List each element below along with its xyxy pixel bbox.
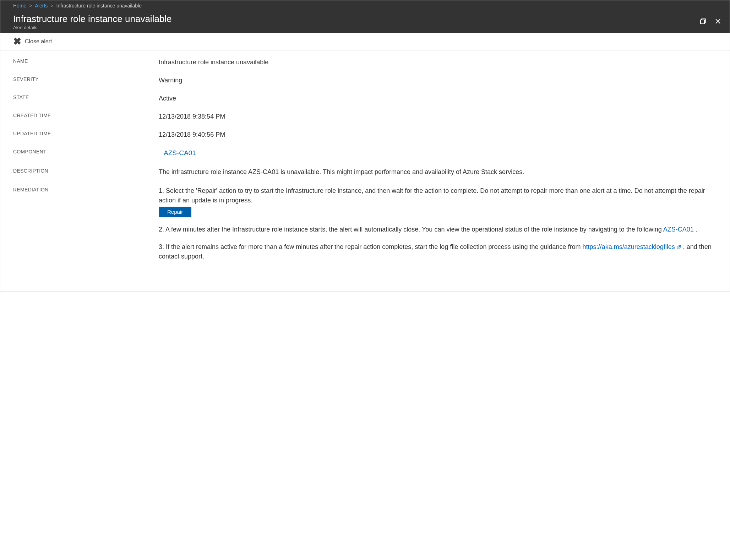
value-remediation: 1. Select the 'Repair' action to try to … <box>159 186 717 269</box>
value-state: Active <box>159 94 717 103</box>
row-severity: SEVERITY Warning <box>13 76 717 85</box>
external-link-icon <box>676 245 681 250</box>
component-link[interactable]: AZS-CA01 <box>164 149 196 157</box>
breadcrumb: Home > Alerts > Infrastructure role inst… <box>0 0 730 11</box>
title-actions <box>700 18 723 26</box>
breadcrumb-current: Infrastructure role instance unavailable <box>56 3 142 9</box>
repair-button[interactable]: Repair <box>159 207 191 217</box>
label-component: COMPONENT <box>13 148 159 154</box>
label-remediation: REMEDIATION <box>13 186 159 192</box>
value-severity: Warning <box>159 76 717 85</box>
breadcrumb-sep: > <box>50 3 53 9</box>
row-component: COMPONENT AZS-CA01 <box>13 148 717 158</box>
step2-text-a: 2. A few minutes after the Infrastructur… <box>159 226 663 233</box>
value-name: Infrastructure role instance unavailable <box>159 58 717 67</box>
blade-container: Home > Alerts > Infrastructure role inst… <box>0 0 730 292</box>
row-created: CREATED TIME 12/13/2018 9:38:54 PM <box>13 112 717 121</box>
step1-text: 1. Select the 'Repair' action to try to … <box>159 187 705 204</box>
breadcrumb-sep: > <box>29 3 32 9</box>
row-remediation: REMEDIATION 1. Select the 'Repair' actio… <box>13 186 717 269</box>
toolbar: ✖ Close alert <box>0 33 730 50</box>
close-alert-button[interactable]: ✖ Close alert <box>13 37 52 47</box>
close-alert-label: Close alert <box>25 38 52 45</box>
step2-text-b: . <box>694 226 697 233</box>
close-icon[interactable] <box>715 18 721 26</box>
page-title: Infrastructure role instance unavailable <box>13 14 172 24</box>
remediation-step-2: 2. A few minutes after the Infrastructur… <box>159 225 717 234</box>
row-description: DESCRIPTION The infrastructure role inst… <box>13 167 717 177</box>
remediation-step-1: 1. Select the 'Repair' action to try to … <box>159 186 717 217</box>
value-description: The infrastructure role instance AZS-CA0… <box>159 167 717 177</box>
label-description: DESCRIPTION <box>13 167 159 174</box>
title-bar: Infrastructure role instance unavailable… <box>0 11 730 33</box>
value-created: 12/13/2018 9:38:54 PM <box>159 112 717 121</box>
label-updated: UPDATED TIME <box>13 130 159 136</box>
row-state: STATE Active <box>13 94 717 103</box>
x-icon: ✖ <box>13 37 21 47</box>
details-panel: NAME Infrastructure role instance unavai… <box>0 50 730 292</box>
svg-rect-1 <box>701 20 704 24</box>
logfiles-link[interactable]: https://aka.ms/azurestacklogfiles <box>583 243 681 250</box>
breadcrumb-home[interactable]: Home <box>13 3 26 9</box>
role-instance-link[interactable]: AZS-CA01 <box>663 226 694 233</box>
remediation-step-3: 3. If the alert remains active for more … <box>159 242 717 261</box>
row-name: NAME Infrastructure role instance unavai… <box>13 58 717 67</box>
label-state: STATE <box>13 94 159 100</box>
step3-text-a: 3. If the alert remains active for more … <box>159 243 583 250</box>
value-updated: 12/13/2018 9:40:56 PM <box>159 130 717 140</box>
restore-icon[interactable] <box>700 18 706 26</box>
label-severity: SEVERITY <box>13 76 159 82</box>
label-name: NAME <box>13 58 159 64</box>
label-created: CREATED TIME <box>13 112 159 118</box>
title-group: Infrastructure role instance unavailable… <box>13 14 172 30</box>
breadcrumb-alerts[interactable]: Alerts <box>35 3 48 9</box>
page-subtitle: Alert details <box>13 25 172 30</box>
row-updated: UPDATED TIME 12/13/2018 9:40:56 PM <box>13 130 717 140</box>
